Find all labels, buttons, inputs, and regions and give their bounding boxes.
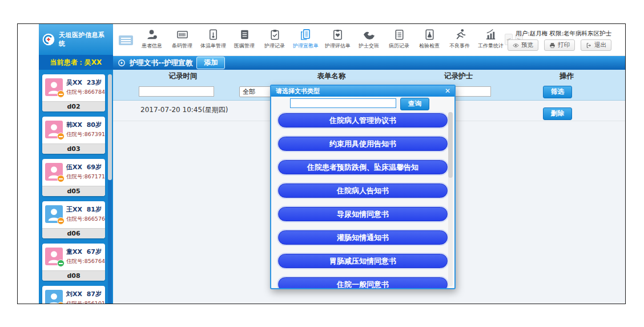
admission-number: 住院号:866784 <box>66 89 103 96</box>
toolbar-item-label: 护理评估单 <box>325 42 351 50</box>
toolbar-item-12[interactable]: 工作量统计 <box>478 28 504 50</box>
patient-card[interactable]: 伍XX 69岁住院号:867171d05 <box>42 159 105 196</box>
bed-number: d06 <box>42 228 105 238</box>
patient-name-age: 伍XX 69岁 <box>66 163 103 172</box>
toolbar-item-2[interactable]: 条码管理 <box>170 28 194 50</box>
handover-icon <box>363 28 376 41</box>
doc-type-button[interactable]: 住院一般同意书 <box>278 277 448 289</box>
toolbar-item-label: 不良事件 <box>449 42 470 50</box>
doc-type-button[interactable]: 住院病人管理协议书 <box>278 113 448 127</box>
patient-card-top: 韩XX 80岁住院号:867391 <box>42 117 105 143</box>
patient-card-top: 吴XX 23岁住院号:866784 <box>42 74 105 101</box>
user-info-text: 用户:赵月梅 权限:老年病科东区护士 <box>516 30 611 38</box>
logout-button[interactable]: 退出 <box>581 39 611 51</box>
hamburger-icon[interactable] <box>119 35 133 45</box>
record-time-filter-input[interactable] <box>139 86 214 97</box>
admission-number: 住院号:867171 <box>66 173 103 181</box>
doc-type-button[interactable]: 住院患者预防跌倒、坠床温馨告知 <box>278 160 448 174</box>
toolbar-item-1[interactable]: 患者信息 <box>140 28 164 50</box>
patient-sidebar: 天坦医护信息系统 当前患者：吴XX 吴XX 23岁住院号:866784d02韩X… <box>39 24 113 304</box>
col-header-record-time: 记录时间 <box>113 71 253 81</box>
user-action-buttons: 预览打印退出 <box>508 39 611 51</box>
doc-type-button[interactable]: 灌肠知情通知书 <box>278 230 448 245</box>
delete-button[interactable]: 删除 <box>543 107 572 120</box>
nursing-record-icon <box>268 28 281 41</box>
form-name-select-value: 全部 <box>243 87 255 96</box>
patient-card-top: 刘XX 87岁住院号:856101 <box>42 286 105 304</box>
patient-name-age: 吴XX 23岁 <box>66 78 103 87</box>
close-icon[interactable]: ✕ <box>445 86 450 97</box>
toolbar-item-8[interactable]: 护士交班 <box>357 28 381 50</box>
add-button[interactable]: 添加 <box>196 57 225 69</box>
doc-type-button[interactable]: 胃肠减压知情同意书 <box>278 254 448 268</box>
sidebar-scrollbar-thumb[interactable] <box>108 74 112 180</box>
admission-number: 住院号:856764 <box>66 258 103 265</box>
toolbar-item-6[interactable]: 护理宣教单 <box>293 28 319 50</box>
col-header-actions: 操作 <box>507 71 626 81</box>
education-sheet-icon <box>299 28 312 41</box>
toolbar-item-label: 护理记录 <box>264 42 285 50</box>
toolbar-item-10[interactable]: 检验检查 <box>417 28 441 50</box>
toolbar-item-11[interactable]: 不良事件 <box>448 28 472 50</box>
medical-history-icon <box>393 28 406 41</box>
toolbar-item-9[interactable]: 病历记录 <box>387 28 411 50</box>
status-minus-badge <box>57 302 65 304</box>
preview-eye-button[interactable]: 预览 <box>508 39 538 51</box>
patient-card[interactable]: 王XX 81岁住院号:866576d06 <box>42 201 105 238</box>
dialog-scrollbar-thumb[interactable] <box>448 112 453 178</box>
query-button[interactable]: 查询 <box>400 98 429 110</box>
assessment-sheet-icon <box>331 28 344 41</box>
user-button-label: 预览 <box>521 41 533 49</box>
orders-icon <box>238 28 251 41</box>
patient-card-top: 王XX 81岁住院号:866576 <box>42 201 105 228</box>
table-header-row: 记录时间 表单名称 记录护士 操作 <box>113 70 626 82</box>
status-minus-badge <box>57 133 65 140</box>
patient-name-age: 刘XX 87岁 <box>66 290 103 298</box>
print-icon <box>549 42 556 49</box>
admission-number: 住院号:867391 <box>66 131 103 138</box>
doc-type-button[interactable]: 导尿知情同意书 <box>278 207 448 221</box>
barcode-icon <box>176 28 189 41</box>
record-time-cell: 2017-07-20 10:45(星期四) <box>140 105 228 115</box>
temperature-sheet-icon <box>207 28 220 41</box>
filter-button[interactable]: 筛选 <box>543 86 572 98</box>
patient-card[interactable]: 韩XX 80岁住院号:867391d03 <box>42 117 105 154</box>
workload-stats-icon <box>484 28 497 41</box>
cross-circle-icon <box>41 32 56 47</box>
app-title: 天坦医护信息系统 <box>59 31 111 48</box>
patient-name-age: 童XX 67岁 <box>66 248 103 256</box>
patient-card[interactable]: 童XX 67岁住院号:856764d08 <box>42 244 105 281</box>
doc-type-button[interactable]: 约束用具使用告知书 <box>278 137 448 151</box>
patient-name-age: 韩XX 80岁 <box>66 121 103 129</box>
section-titlebar: 护理文书--护理宣教 添加 <box>113 56 626 70</box>
patient-list: 吴XX 23岁住院号:866784d02韩XX 80岁住院号:867391d03… <box>39 70 113 304</box>
patient-info-icon <box>146 28 159 41</box>
status-minus-badge <box>57 260 65 267</box>
toolbar-item-5[interactable]: 护理记录 <box>263 28 287 50</box>
doc-type-button[interactable]: 住院病人告知书 <box>278 184 448 198</box>
logout-icon <box>586 42 592 49</box>
lab-exam-icon <box>423 28 436 41</box>
doc-type-search-input[interactable] <box>290 98 396 108</box>
toolbar-item-4[interactable]: 医嘱管理 <box>232 28 256 50</box>
patient-card[interactable]: 刘XX 87岁住院号:856101d12 <box>42 286 105 304</box>
top-toolbar: 患者信息条码管理体温单管理医嘱管理护理记录护理宣教单护理评估单护士交班病历记录检… <box>113 24 626 56</box>
adverse-event-icon <box>453 28 466 41</box>
print-button[interactable]: 打印 <box>544 39 575 51</box>
dialog-title: 请选择文书类型 <box>276 87 320 95</box>
status-minus-badge <box>57 90 65 98</box>
dialog-scrollbar[interactable] <box>448 112 453 286</box>
clock-arrow-icon <box>118 59 126 67</box>
patient-card[interactable]: 吴XX 23岁住院号:866784d02 <box>42 74 105 111</box>
toolbar-item-3[interactable]: 体温单管理 <box>200 28 226 50</box>
user-button-label: 退出 <box>594 41 606 49</box>
toolbar-item-label: 体温单管理 <box>200 42 226 50</box>
sidebar-scrollbar[interactable] <box>108 74 112 304</box>
page-title: 护理文书--护理宣教 <box>130 58 192 68</box>
toolbar-item-label: 护理宣教单 <box>293 42 319 50</box>
dialog-titlebar: 请选择文书类型 ✕ <box>271 86 454 97</box>
toolbar-item-label: 护士交班 <box>359 42 379 50</box>
toolbar-item-label: 检验检查 <box>419 42 440 50</box>
toolbar-nav: 患者信息条码管理体温单管理医嘱管理护理记录护理宣教单护理评估单护士交班病历记录检… <box>140 28 504 50</box>
toolbar-item-7[interactable]: 护理评估单 <box>325 28 351 50</box>
